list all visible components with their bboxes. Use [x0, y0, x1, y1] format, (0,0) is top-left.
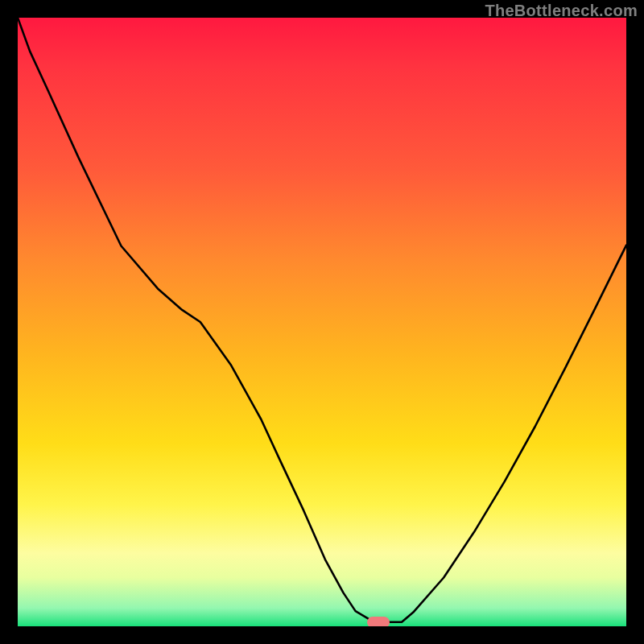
bottleneck-curve — [18, 18, 626, 626]
plot-area — [18, 18, 626, 626]
minimum-marker — [367, 617, 390, 626]
chart-frame: TheBottleneck.com — [0, 0, 644, 644]
